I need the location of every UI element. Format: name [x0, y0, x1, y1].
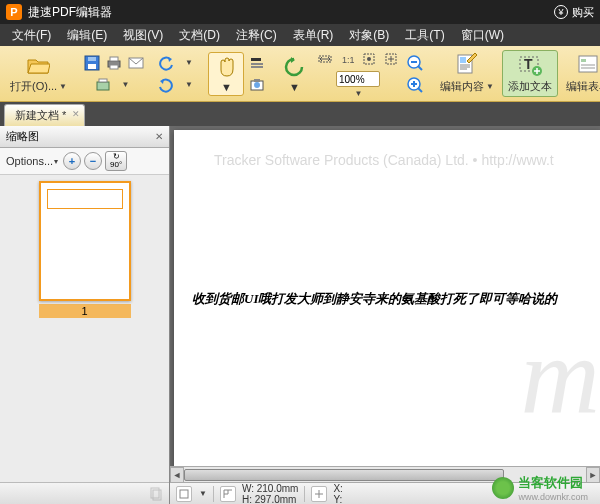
scan-dropdown-icon[interactable]: ▼: [115, 75, 135, 95]
svg-rect-1: [88, 64, 96, 69]
svg-rect-2: [88, 57, 96, 61]
currency-icon[interactable]: ¥: [554, 5, 568, 19]
cursor-pos-icon: [311, 486, 327, 502]
svg-rect-11: [251, 66, 263, 68]
undo-icon[interactable]: [156, 53, 176, 73]
svg-rect-7: [97, 82, 109, 90]
zoom-input[interactable]: [336, 71, 380, 87]
fit-visible-icon[interactable]: [381, 49, 401, 69]
brand-url: www.downkr.com: [518, 492, 588, 502]
background-watermark-icon: m: [521, 313, 600, 440]
redo-dropdown[interactable]: ▼: [179, 75, 199, 95]
pages-icon: [149, 487, 163, 501]
thumbnails-options-button[interactable]: Options...▾: [4, 154, 60, 168]
undo-dropdown[interactable]: ▼: [179, 53, 199, 73]
zoom-out-icon[interactable]: [405, 53, 425, 73]
rotate-ccw-icon: [282, 55, 306, 79]
scroll-left-icon[interactable]: ◄: [170, 467, 184, 483]
page-layout-icon[interactable]: [176, 486, 192, 502]
folder-open-icon: [26, 53, 50, 77]
edit-content-button[interactable]: 编辑内容▼: [434, 50, 500, 97]
svg-rect-23: [460, 57, 466, 63]
svg-rect-30: [581, 67, 595, 69]
email-icon[interactable]: [126, 53, 146, 73]
svg-rect-8: [99, 79, 107, 82]
svg-point-18: [367, 57, 371, 61]
menu-tools[interactable]: 工具(T): [397, 25, 452, 46]
panel-footer: [0, 482, 169, 504]
hand-tool-button[interactable]: ▼: [208, 52, 244, 96]
fit-page-icon[interactable]: [359, 49, 379, 69]
thumbnails-title: 缩略图: [6, 129, 39, 144]
add-text-icon: T: [518, 53, 542, 77]
document-canvas[interactable]: Tracker Software Products (Canada) Ltd. …: [170, 126, 600, 466]
edit-content-icon: [455, 53, 479, 77]
fit-width-icon[interactable]: [315, 49, 335, 69]
document-body-text: 收到货邮UI哦打发大师到静安寺来的氨基酸打死了即可等哈说的: [192, 290, 557, 308]
svg-rect-5: [110, 65, 118, 69]
site-brand: 当客软件园 www.downkr.com: [492, 473, 588, 502]
svg-point-13: [254, 82, 260, 88]
watermark-text: Tracker Software Products (Canada) Ltd. …: [214, 152, 554, 168]
scan-icon[interactable]: [93, 75, 113, 95]
document-tabs: 新建文档 * ✕: [0, 102, 600, 126]
rotate-ccw-button[interactable]: ▼: [276, 52, 312, 96]
title-bar: P 捷速PDF编辑器 ¥ 购买: [0, 0, 600, 24]
actual-size-icon[interactable]: 1:1: [337, 49, 357, 69]
menu-object[interactable]: 对象(B): [341, 25, 397, 46]
svg-rect-28: [581, 59, 586, 62]
select-tool-icon[interactable]: [247, 53, 267, 73]
menu-view[interactable]: 视图(V): [115, 25, 171, 46]
page-number-label: 1: [39, 304, 131, 318]
cursor-y-label: Y:: [333, 494, 342, 505]
main-toolbar: 打开(O)...▼ ▼ ▼ ▼ ▼ ▼: [0, 46, 600, 102]
brand-name: 当客软件园: [518, 475, 583, 490]
hand-icon: [214, 55, 238, 79]
panel-close-icon[interactable]: ✕: [155, 131, 163, 142]
svg-text:T: T: [524, 56, 533, 72]
page-width-label: W: 210.0mm: [242, 483, 299, 494]
svg-rect-14: [254, 79, 260, 82]
zoom-dropdown[interactable]: ▼: [355, 89, 363, 98]
brand-logo-icon: [492, 477, 514, 499]
page-height-label: H: 297.0mm: [242, 494, 299, 505]
snapshot-icon[interactable]: [247, 75, 267, 95]
thumb-zoom-in-icon[interactable]: +: [63, 152, 81, 170]
menu-document[interactable]: 文档(D): [171, 25, 228, 46]
page-thumbnail[interactable]: 1: [39, 181, 131, 318]
edit-form-button[interactable]: 编辑表单: [560, 50, 600, 97]
save-icon[interactable]: [82, 53, 102, 73]
svg-rect-29: [581, 64, 595, 66]
cursor-x-label: X:: [333, 483, 342, 494]
thumb-rotate-button[interactable]: ↻90°: [105, 151, 127, 171]
dimensions-icon: [220, 486, 236, 502]
menu-edit[interactable]: 编辑(E): [59, 25, 115, 46]
scrollbar-thumb[interactable]: [184, 469, 504, 481]
open-button[interactable]: 打开(O)...▼: [4, 50, 73, 97]
menu-comment[interactable]: 注释(C): [228, 25, 285, 46]
app-logo-icon: P: [6, 4, 22, 20]
buy-link[interactable]: 购买: [572, 5, 594, 20]
menu-form[interactable]: 表单(R): [285, 25, 342, 46]
svg-rect-9: [251, 58, 261, 61]
thumbnails-panel: 缩略图 ✕ Options...▾ + − ↻90° 1: [0, 126, 170, 504]
page-view: Tracker Software Products (Canada) Ltd. …: [174, 130, 600, 466]
menu-window[interactable]: 窗口(W): [453, 25, 512, 46]
tab-new-document[interactable]: 新建文档 * ✕: [4, 104, 85, 126]
add-text-button[interactable]: T 添加文本: [502, 50, 558, 97]
redo-icon[interactable]: [156, 75, 176, 95]
svg-rect-35: [180, 490, 188, 498]
thumb-zoom-out-icon[interactable]: −: [84, 152, 102, 170]
tab-close-icon[interactable]: ✕: [72, 109, 80, 119]
menu-file[interactable]: 文件(F): [4, 25, 59, 46]
app-title: 捷速PDF编辑器: [28, 4, 554, 21]
svg-rect-10: [251, 63, 263, 65]
zoom-in-icon[interactable]: [405, 75, 425, 95]
scroll-right-icon[interactable]: ►: [586, 467, 600, 483]
print-icon[interactable]: [104, 53, 124, 73]
svg-text:1:1: 1:1: [342, 55, 354, 65]
menu-bar: 文件(F) 编辑(E) 视图(V) 文档(D) 注释(C) 表单(R) 对象(B…: [0, 24, 600, 46]
edit-form-icon: [576, 53, 600, 77]
layout-dropdown[interactable]: ▼: [199, 489, 207, 498]
svg-rect-4: [110, 57, 118, 61]
